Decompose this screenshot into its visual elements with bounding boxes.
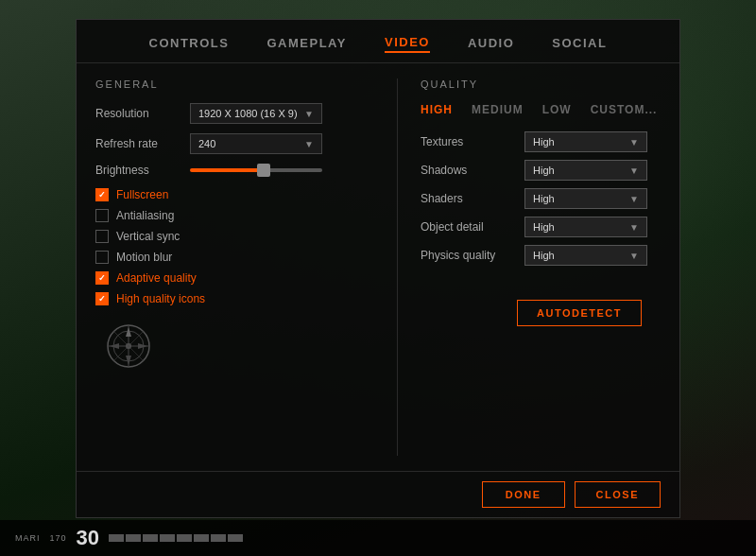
- general-panel: GENERAL Resolution 1920 X 1080 (16 X 9) …: [95, 78, 398, 456]
- compass-icon: [105, 322, 152, 370]
- general-title: GENERAL: [95, 78, 378, 90]
- brightness-row: Brightness: [95, 164, 378, 177]
- close-button[interactable]: CLOSE: [575, 481, 661, 508]
- status-bar-item-2: [126, 534, 141, 542]
- tab-social[interactable]: SOCIAL: [552, 34, 607, 52]
- object-detail-arrow-icon: ▼: [629, 222, 639, 233]
- antialiasing-checkbox[interactable]: [95, 209, 109, 222]
- refresh-row: Refresh rate 240 ▼: [95, 133, 378, 154]
- object-detail-label: Object detail: [421, 220, 524, 234]
- fullscreen-label: Fullscreen: [116, 188, 168, 201]
- quality-tab-medium[interactable]: MEDIUM: [472, 103, 524, 116]
- shadows-dropdown[interactable]: High ▼: [524, 160, 647, 181]
- physics-quality-dropdown[interactable]: High ▼: [524, 245, 647, 266]
- physics-quality-arrow-icon: ▼: [629, 251, 639, 261]
- brightness-slider[interactable]: [190, 168, 322, 172]
- textures-row: Textures High ▼: [421, 131, 661, 152]
- status-bar-item-7: [211, 534, 226, 542]
- textures-value: High: [533, 136, 555, 148]
- physics-quality-row: Physics quality High ▼: [421, 245, 661, 266]
- status-bar-item-5: [177, 534, 192, 542]
- refresh-value: 240: [198, 138, 215, 149]
- tab-video[interactable]: VIDEO: [385, 33, 430, 53]
- status-bar-item-3: [143, 534, 158, 542]
- object-detail-row: Object detail High ▼: [421, 217, 661, 237]
- vsync-label: Vertical sync: [116, 230, 180, 243]
- quality-panel: QUALITY HIGH MEDIUM LOW CUSTOM... Textur…: [398, 78, 661, 456]
- status-bar-item-1: [109, 534, 124, 542]
- resolution-row: Resolution 1920 X 1080 (16 X 9) ▼: [95, 103, 378, 124]
- shaders-label: Shaders: [421, 192, 524, 205]
- autodetect-button[interactable]: AUTODETECT: [517, 300, 642, 326]
- svg-marker-7: [126, 327, 131, 337]
- textures-dropdown[interactable]: High ▼: [524, 131, 647, 152]
- svg-marker-8: [126, 356, 131, 365]
- refresh-arrow-icon: ▼: [304, 139, 314, 149]
- antialiasing-label: Antialiasing: [116, 209, 174, 222]
- status-bars: [109, 534, 243, 542]
- physics-quality-label: Physics quality: [421, 249, 524, 262]
- high-quality-icons-label: High quality icons: [116, 292, 205, 305]
- checkbox-motion-blur[interactable]: Motion blur: [95, 251, 378, 264]
- resolution-value: 1920 X 1080 (16 X 9): [198, 108, 298, 119]
- quality-title: QUALITY: [421, 78, 661, 90]
- bottom-bar: DONE CLOSE: [77, 471, 679, 517]
- score-number: 30: [77, 526, 99, 550]
- high-quality-icons-checkbox[interactable]: [95, 292, 109, 305]
- svg-marker-9: [110, 343, 119, 349]
- tab-audio[interactable]: AUDIO: [468, 34, 514, 52]
- quality-tabs: HIGH MEDIUM LOW CUSTOM...: [421, 103, 661, 116]
- status-bar: MARI 170 30: [0, 520, 756, 556]
- resolution-dropdown[interactable]: 1920 X 1080 (16 X 9) ▼: [190, 103, 322, 124]
- shadows-row: Shadows High ▼: [421, 160, 661, 181]
- resolution-label: Resolution: [95, 107, 190, 120]
- object-detail-dropdown[interactable]: High ▼: [524, 217, 647, 237]
- physics-quality-value: High: [533, 250, 555, 261]
- vsync-checkbox[interactable]: [95, 230, 109, 243]
- object-detail-value: High: [533, 221, 555, 233]
- content-area: GENERAL Resolution 1920 X 1080 (16 X 9) …: [77, 63, 679, 471]
- shaders-value: High: [533, 193, 555, 204]
- nav-tabs: CONTROLS GAMEPLAY VIDEO AUDIO SOCIAL: [77, 20, 679, 63]
- level-number: 170: [50, 533, 67, 543]
- quality-tab-custom[interactable]: CUSTOM...: [591, 103, 658, 116]
- refresh-label: Refresh rate: [95, 137, 190, 150]
- done-button[interactable]: DONE: [482, 481, 565, 508]
- shaders-arrow-icon: ▼: [629, 194, 639, 204]
- motion-blur-checkbox[interactable]: [95, 251, 109, 264]
- brightness-thumb[interactable]: [257, 164, 270, 177]
- quality-tab-high[interactable]: HIGH: [421, 103, 453, 116]
- tab-controls[interactable]: CONTROLS: [149, 34, 230, 52]
- brightness-label: Brightness: [95, 164, 190, 177]
- textures-label: Textures: [421, 135, 524, 148]
- checkbox-vsync[interactable]: Vertical sync: [95, 230, 378, 243]
- checkbox-adaptive-quality[interactable]: Adaptive quality: [95, 271, 378, 285]
- adaptive-quality-checkbox[interactable]: [95, 271, 109, 285]
- tab-gameplay[interactable]: GAMEPLAY: [266, 34, 346, 52]
- shadows-label: Shadows: [421, 164, 524, 177]
- shaders-row: Shaders High ▼: [421, 188, 661, 209]
- fullscreen-checkbox[interactable]: [95, 188, 109, 201]
- quality-tab-low[interactable]: LOW: [542, 103, 572, 116]
- settings-panel: CONTROLS GAMEPLAY VIDEO AUDIO SOCIAL GEN…: [76, 19, 680, 518]
- shadows-value: High: [533, 165, 555, 176]
- checkbox-high-quality-icons[interactable]: High quality icons: [95, 292, 378, 305]
- motion-blur-label: Motion blur: [116, 251, 172, 264]
- textures-arrow-icon: ▼: [629, 137, 639, 148]
- adaptive-quality-label: Adaptive quality: [116, 271, 197, 285]
- refresh-dropdown[interactable]: 240 ▼: [190, 133, 322, 154]
- checkbox-antialiasing[interactable]: Antialiasing: [95, 209, 378, 222]
- status-bar-item-6: [194, 534, 209, 542]
- status-bar-item-8: [228, 534, 243, 542]
- status-bar-item-4: [160, 534, 175, 542]
- resolution-arrow-icon: ▼: [304, 109, 314, 119]
- svg-marker-10: [138, 343, 147, 349]
- map-label: MARI: [15, 533, 41, 543]
- shadows-arrow-icon: ▼: [629, 165, 639, 176]
- shaders-dropdown[interactable]: High ▼: [524, 188, 647, 209]
- checkbox-fullscreen[interactable]: Fullscreen: [95, 188, 378, 201]
